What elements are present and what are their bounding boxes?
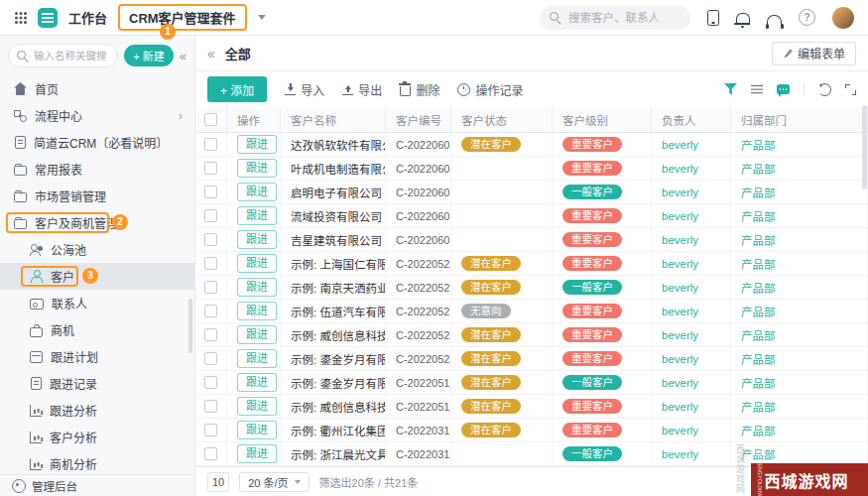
table-row[interactable]: 跟进 达孜帆软软件有限公... C-20220607... 潜在客户 重要客户 …	[195, 133, 868, 157]
owner-link[interactable]: beverly	[662, 353, 698, 365]
sidebar-item-followup-plan[interactable]: 跟进计划	[0, 343, 194, 370]
select-all-checkbox[interactable]	[204, 113, 217, 126]
sidebar-item-customer-analysis[interactable]: 客户分析	[0, 424, 194, 450]
follow-up-button[interactable]: 跟进	[237, 183, 277, 200]
sidebar-item-followup-record[interactable]: 跟进记录	[0, 370, 194, 397]
avatar[interactable]	[832, 7, 854, 29]
chevron-down-icon[interactable]	[258, 15, 266, 24]
column-config-icon[interactable]	[751, 84, 763, 95]
operation-log-button[interactable]: 操作记录	[457, 81, 523, 98]
owner-link[interactable]: beverly	[662, 258, 698, 270]
follow-up-button[interactable]: 跟进	[237, 373, 277, 391]
dept-link[interactable]: 产品部	[741, 375, 776, 391]
table-row[interactable]: 跟进 示例: 威创信息科技... C-20220527... 潜在客户 重要客户…	[195, 323, 868, 347]
owner-link[interactable]: beverly	[662, 448, 698, 460]
sidebar-item-customer-business-mgmt[interactable]: 客户及商机管理	[0, 209, 194, 236]
page-button[interactable]: 10	[207, 472, 229, 492]
new-button[interactable]: + 新建	[124, 45, 173, 66]
table-row[interactable]: 跟进 示例: 上海国仁有限... C-20220527... 潜在客户 重要客户…	[195, 252, 868, 276]
dept-link[interactable]: 产品部	[741, 327, 776, 343]
owner-link[interactable]: beverly	[662, 163, 698, 175]
sidebar-item-common-reports[interactable]: 常用报表	[0, 156, 194, 183]
export-button[interactable]: 导出	[342, 81, 382, 98]
owner-link[interactable]: beverly	[662, 377, 698, 389]
sidebar-item-opportunities[interactable]: 商机	[0, 316, 194, 343]
row-checkbox[interactable]	[204, 424, 217, 436]
follow-up-button[interactable]: 跟进	[237, 302, 277, 319]
owner-link[interactable]: beverly	[662, 139, 698, 151]
import-button[interactable]: 导入	[285, 81, 324, 98]
workspace-label[interactable]: 工作台	[68, 8, 107, 27]
dept-link[interactable]: 产品部	[741, 137, 776, 153]
follow-up-button[interactable]: 跟进	[237, 159, 277, 177]
page-size-select[interactable]: 20 条/页	[239, 472, 309, 492]
table-row[interactable]: 跟进 示例: 伍道汽车有限... C-20220527... 无意向 重要客户 …	[195, 300, 868, 323]
customer-name[interactable]: 示例: 上海国仁有限...	[281, 252, 386, 275]
global-search[interactable]	[540, 6, 690, 30]
sidebar-collapse-icon[interactable]: «	[180, 49, 186, 63]
follow-up-button[interactable]: 跟进	[237, 421, 277, 438]
dept-link[interactable]: 产品部	[741, 351, 776, 367]
row-checkbox[interactable]	[204, 281, 217, 294]
owner-link[interactable]: beverly	[662, 234, 698, 246]
customer-name[interactable]: 吉星建筑有限公司	[281, 228, 386, 251]
row-checkbox[interactable]	[204, 138, 217, 151]
sidebar-item-contacts[interactable]: 联系人	[0, 290, 194, 316]
comment-icon[interactable]	[777, 84, 790, 94]
dept-link[interactable]: 产品部	[741, 423, 776, 438]
dept-link[interactable]: 产品部	[741, 232, 776, 248]
mobile-icon[interactable]	[707, 10, 719, 26]
row-checkbox[interactable]	[204, 352, 217, 365]
customer-name[interactable]: 叶成机电制造有限公司	[281, 157, 386, 180]
dept-link[interactable]: 产品部	[741, 208, 776, 224]
dept-link[interactable]: 产品部	[741, 161, 776, 177]
edit-form-button[interactable]: 编辑表单	[772, 42, 856, 65]
customer-name[interactable]: 示例: 浙江晨光文具...	[281, 442, 386, 465]
follow-up-button[interactable]: 跟进	[237, 397, 277, 415]
table-row[interactable]: 跟进 叶成机电制造有限公司 C-20220602... 重要客户 beverly…	[195, 157, 868, 181]
bell-icon[interactable]	[736, 13, 750, 25]
customer-name[interactable]: 示例: 威创信息科技...	[281, 323, 386, 346]
follow-up-button[interactable]: 跟进	[237, 444, 277, 462]
fullscreen-icon[interactable]	[845, 84, 856, 95]
follow-up-button[interactable]: 跟进	[237, 349, 277, 367]
owner-link[interactable]: beverly	[662, 425, 698, 436]
follow-up-button[interactable]: 跟进	[237, 206, 277, 224]
row-checkbox[interactable]	[204, 186, 217, 198]
sidebar-item-marketing-mgmt[interactable]: 市场营销管理	[0, 183, 194, 209]
table-row[interactable]: 跟进 流域投资有限公司 C-20220602... 重要客户 beverly 产…	[195, 204, 868, 228]
row-checkbox[interactable]	[204, 162, 217, 175]
tab-all[interactable]: 全部	[225, 44, 251, 62]
customer-name[interactable]: 示例: 伍道汽车有限...	[281, 300, 386, 322]
dept-link[interactable]: 产品部	[741, 399, 776, 415]
row-checkbox[interactable]	[204, 400, 217, 413]
dept-link[interactable]: 产品部	[741, 280, 776, 296]
row-checkbox[interactable]	[204, 447, 217, 460]
row-checkbox[interactable]	[204, 233, 217, 246]
refresh-icon[interactable]	[818, 83, 831, 96]
sidebar-item-followup-analysis[interactable]: 跟进分析	[0, 397, 194, 424]
table-row[interactable]: 跟进 示例: 鎏金岁月有限公... C-20220519... 潜在客户 一般客…	[195, 371, 868, 395]
help-icon[interactable]	[799, 9, 815, 26]
owner-link[interactable]: beverly	[662, 282, 698, 294]
sidebar-item-process-center[interactable]: 流程中心	[0, 102, 194, 129]
add-button[interactable]: + 添加	[207, 76, 267, 102]
follow-up-button[interactable]: 跟进	[237, 135, 277, 153]
row-checkbox[interactable]	[204, 209, 217, 222]
filter-icon[interactable]	[724, 83, 737, 95]
row-checkbox[interactable]	[204, 328, 217, 341]
delete-button[interactable]: 删除	[400, 81, 439, 98]
sidebar-search[interactable]	[8, 44, 118, 67]
table-row[interactable]: 跟进 示例: 南京天洒药业 C-20220527... 潜在客户 一般客户 be…	[195, 276, 868, 300]
follow-up-button[interactable]: 跟进	[237, 230, 277, 248]
customer-name[interactable]: 流域投资有限公司	[281, 204, 386, 227]
owner-link[interactable]: beverly	[662, 210, 698, 222]
row-checkbox[interactable]	[204, 305, 217, 317]
sidebar-item-home[interactable]: 首页	[0, 75, 194, 102]
sidebar-scrollbar[interactable]	[188, 299, 192, 353]
owner-link[interactable]: beverly	[662, 186, 698, 198]
follow-up-button[interactable]: 跟进	[237, 254, 277, 272]
sidebar-item-public-pool[interactable]: 公海池	[0, 236, 194, 263]
table-row[interactable]: 跟进 示例: 衢州江化集团 C-20220316... 潜在客户 重要客户 be…	[195, 419, 868, 442]
owner-link[interactable]: beverly	[662, 401, 698, 413]
